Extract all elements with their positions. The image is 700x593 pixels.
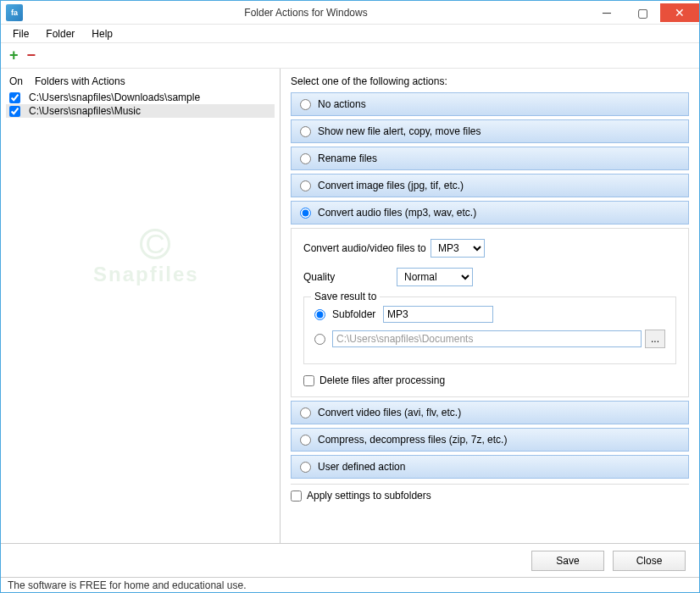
convert-audio-details: Convert audio/video files to MP3 Quality… [291,228,689,397]
window-title: Folder Actions for Windows [23,7,589,19]
action-user-defined[interactable]: User defined action [291,455,689,479]
convert-to-select[interactable]: MP3 [431,239,485,258]
folder-list-panel: On Folders with Actions C:\Users\snapfil… [1,69,281,543]
action-convert-audio[interactable]: Convert audio files (mp3, wav, etc.) [291,201,689,224]
add-folder-icon[interactable]: + [9,47,19,64]
menubar: File Folder Help [1,25,699,43]
header-on: On [9,75,35,87]
radio-show-new-file[interactable] [300,126,311,137]
radio-convert-audio[interactable] [300,208,311,219]
window-controls: ─ ▢ ✕ [589,3,699,22]
action-label: Convert video files (avi, flv, etc.) [318,407,461,418]
main-content: On Folders with Actions C:\Users\snapfil… [1,69,699,543]
button-bar: Save Close [1,543,699,577]
folder-row[interactable]: C:\Users\snapfiles\Music [6,104,275,118]
radio-user-defined[interactable] [300,462,311,473]
folder-list-header: On Folders with Actions [6,74,275,89]
menu-file[interactable]: File [4,26,37,42]
save-button[interactable]: Save [531,551,604,571]
action-compress[interactable]: Compress, decompress files (zip, 7z, etc… [291,428,689,452]
app-icon: fa [6,4,23,21]
quality-label: Quality [303,271,397,283]
radio-convert-video[interactable] [300,407,311,418]
menu-folder[interactable]: Folder [37,26,83,42]
close-window-button[interactable]: ✕ [660,3,699,22]
apply-subfolders-checkbox[interactable] [291,490,302,502]
action-no-actions[interactable]: No actions [291,92,689,116]
quality-row: Quality Normal [303,268,676,286]
action-label: Show new file alert, copy, move files [318,125,481,137]
remove-folder-icon[interactable]: − [27,47,36,64]
menu-help[interactable]: Help [83,26,121,42]
apply-subfolders-label: Apply settings to subfolders [307,490,431,502]
delete-after-label: Delete files after processing [319,374,445,386]
radio-subfolder[interactable] [314,309,325,320]
folder-row[interactable]: C:\Users\snapfiles\Downloads\sample [6,91,275,104]
radio-compress[interactable] [300,435,311,446]
toolbar: + − [1,43,699,69]
action-label: Convert audio files (mp3, wav, etc.) [318,207,476,219]
save-result-fieldset: Save result to Subfolder ... [303,296,676,364]
statusbar: The software is FREE for home and educat… [1,577,699,593]
action-label: Convert image files (jpg, tif, etc.) [318,180,464,191]
radio-path[interactable] [314,334,325,345]
action-label: Compress, decompress files (zip, 7z, etc… [318,434,507,446]
delete-after-checkbox[interactable] [303,375,314,386]
action-label: Rename files [318,152,377,164]
action-convert-video[interactable]: Convert video files (avi, flv, etc.) [291,401,689,424]
maximize-button[interactable]: ▢ [625,3,660,22]
delete-after-row: Delete files after processing [303,374,676,386]
folder-list: C:\Users\snapfiles\Downloads\sample C:\U… [6,91,275,118]
path-input[interactable] [332,330,642,347]
actions-label: Select one of the following actions: [291,75,689,87]
apply-subfolders-row: Apply settings to subfolders [291,484,689,505]
action-label: No actions [318,98,366,110]
minimize-button[interactable]: ─ [589,3,625,22]
subfolder-input[interactable] [383,306,493,323]
browse-button[interactable]: ... [645,330,665,348]
close-button[interactable]: Close [613,551,686,571]
header-folders: Folders with Actions [35,75,125,87]
folder-path: C:\Users\snapfiles\Music [29,105,141,117]
folder-checkbox[interactable] [9,92,20,103]
folder-path: C:\Users\snapfiles\Downloads\sample [29,91,200,103]
action-label: User defined action [318,461,405,473]
folder-checkbox[interactable] [9,106,20,117]
radio-convert-image[interactable] [300,180,311,191]
radio-rename[interactable] [300,153,311,164]
subfolder-row: Subfolder [314,306,665,323]
convert-to-row: Convert audio/video files to MP3 [303,239,676,258]
action-rename[interactable]: Rename files [291,147,689,170]
path-row: ... [314,330,665,348]
convert-to-label: Convert audio/video files to [303,242,431,254]
quality-select[interactable]: Normal [397,268,473,286]
radio-no-actions[interactable] [300,99,311,110]
subfolder-label: Subfolder [332,308,383,320]
action-convert-image[interactable]: Convert image files (jpg, tif, etc.) [291,174,689,197]
save-result-legend: Save result to [311,291,380,302]
titlebar: fa Folder Actions for Windows ─ ▢ ✕ [1,1,699,25]
action-show-new-file[interactable]: Show new file alert, copy, move files [291,119,689,143]
actions-panel: Select one of the following actions: No … [281,69,699,543]
